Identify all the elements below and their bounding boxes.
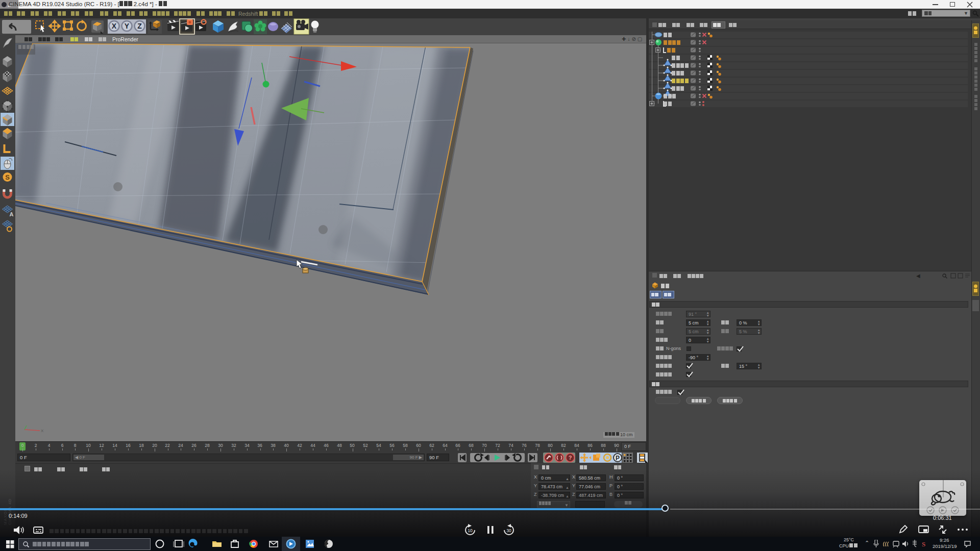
svg-text:S: S	[922, 540, 925, 548]
svg-text:P: P	[616, 455, 620, 462]
svg-text:10: 10	[468, 528, 473, 533]
svg-text:X: X	[112, 22, 117, 30]
svg-text:Z: Z	[137, 22, 142, 30]
svg-text:30: 30	[506, 528, 511, 533]
svg-text:?: ?	[569, 455, 572, 461]
svg-text:Y: Y	[125, 22, 130, 30]
svg-text:A: A	[10, 211, 14, 217]
svg-text:X: X	[41, 429, 44, 433]
svg-text:S: S	[5, 173, 10, 181]
